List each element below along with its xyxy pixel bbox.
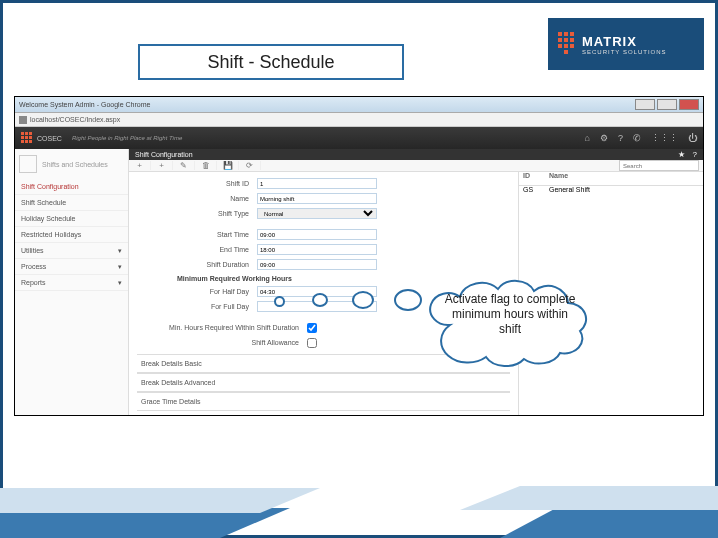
col-id[interactable]: ID — [519, 172, 549, 185]
gear-icon[interactable]: ⚙ — [600, 133, 608, 143]
panel-title: Shift Configuration — [135, 151, 193, 158]
svg-rect-2 — [570, 32, 574, 36]
nav-item-shift-configuration[interactable]: Shift Configuration — [15, 179, 128, 195]
shift-allowance-checkbox[interactable] — [307, 338, 317, 348]
duration-input[interactable] — [257, 259, 377, 270]
save-button[interactable]: 💾 — [217, 161, 239, 170]
chevron-down-icon: ▾ — [118, 263, 122, 271]
chevron-down-icon: ▾ — [118, 247, 122, 255]
add2-button[interactable]: + — [151, 161, 173, 170]
min-hours-flag-checkbox[interactable] — [307, 323, 317, 333]
window-titlebar: Welcome System Admin - Google Chrome — [15, 97, 703, 113]
brand-text: COSEC — [37, 135, 62, 142]
svg-rect-8 — [570, 44, 574, 48]
name-label: Name — [137, 195, 257, 202]
row-id: GS — [519, 186, 549, 200]
start-time-input[interactable] — [257, 229, 377, 240]
callout: Activate flag to complete minimum hours … — [420, 270, 600, 370]
app-header: COSEC Right People in Right Place at Rig… — [15, 127, 703, 149]
left-nav: Shifts and Schedules Shift Configuration… — [15, 149, 129, 415]
window-minimize-button[interactable] — [635, 99, 655, 110]
shift-type-select[interactable]: Normal — [257, 208, 377, 219]
logo-sub-text: SECURITY SOLUTIONS — [582, 49, 667, 55]
home-icon[interactable]: ⌂ — [585, 133, 590, 143]
section-grace-time[interactable]: Grace Time Details — [137, 392, 510, 411]
svg-rect-5 — [570, 38, 574, 42]
help-small-icon[interactable]: ? — [693, 150, 697, 159]
svg-rect-7 — [564, 44, 568, 48]
window-maximize-button[interactable] — [657, 99, 677, 110]
chevron-down-icon: ▾ — [118, 279, 122, 287]
svg-rect-6 — [558, 44, 562, 48]
nav-item-restricted-holidays[interactable]: Restricted Holidays — [15, 227, 128, 243]
svg-rect-15 — [29, 136, 32, 139]
add-button[interactable]: + — [129, 161, 151, 170]
shift-type-label: Shift Type — [137, 210, 257, 217]
grid-icon[interactable]: ⋮⋮⋮ — [651, 133, 678, 143]
callout-trail-bubble — [312, 293, 328, 307]
svg-rect-9 — [564, 50, 568, 54]
nav-item-process[interactable]: Process▾ — [15, 259, 128, 275]
name-input[interactable] — [257, 193, 377, 204]
power-icon[interactable]: ⏻ — [688, 133, 697, 143]
search-input[interactable] — [619, 160, 699, 171]
half-day-label: For Half Day — [137, 288, 257, 295]
tagline-text: Right People in Right Place at Right Tim… — [72, 135, 182, 141]
shift-id-input[interactable] — [257, 178, 377, 189]
svg-rect-3 — [558, 38, 562, 42]
delete-button[interactable]: 🗑 — [195, 161, 217, 170]
svg-rect-12 — [29, 132, 32, 135]
module-icon — [19, 155, 37, 173]
nav-item-shift-schedule[interactable]: Shift Schedule — [15, 195, 128, 211]
shift-id-label: Shift ID — [137, 180, 257, 187]
row-name: General Shift — [549, 186, 590, 200]
window-controls — [635, 99, 699, 110]
phone-icon[interactable]: ✆ — [633, 133, 641, 143]
help-icon[interactable]: ? — [618, 133, 623, 143]
star-icon[interactable]: ★ — [678, 150, 685, 159]
callout-trail-bubble — [274, 296, 285, 307]
end-time-input[interactable] — [257, 244, 377, 255]
svg-rect-16 — [21, 140, 24, 143]
window-close-button[interactable] — [679, 99, 699, 110]
panel-titlebar: Shift Configuration ★ ? — [129, 149, 703, 160]
refresh-button[interactable]: ⟳ — [239, 161, 261, 170]
svg-rect-10 — [21, 132, 24, 135]
window-title: Welcome System Admin - Google Chrome — [19, 101, 150, 108]
logo-main-text: MATRIX — [582, 34, 667, 49]
matrix-mark-icon — [556, 30, 578, 58]
brand-icon — [21, 132, 33, 144]
app-screenshot: Welcome System Admin - Google Chrome loc… — [14, 96, 704, 416]
col-name[interactable]: Name — [549, 172, 568, 185]
nav-header-text: Shifts and Schedules — [42, 161, 108, 168]
nav-item-reports[interactable]: Reports▾ — [15, 275, 128, 291]
matrix-logo: MATRIX SECURITY SOLUTIONS — [548, 18, 704, 70]
svg-rect-18 — [29, 140, 32, 143]
start-label: Start Time — [137, 231, 257, 238]
duration-label: Shift Duration — [137, 261, 257, 268]
svg-rect-17 — [25, 140, 28, 143]
full-day-label: For Full Day — [137, 303, 257, 310]
flag-label: Min. Hours Required Within Shift Duratio… — [137, 324, 307, 331]
svg-rect-0 — [558, 32, 562, 36]
address-bar[interactable]: localhost/COSEC/Index.aspx — [15, 113, 703, 127]
url-text: localhost/COSEC/Index.aspx — [30, 116, 120, 123]
svg-rect-14 — [25, 136, 28, 139]
svg-rect-13 — [21, 136, 24, 139]
edit-button[interactable]: ✎ — [173, 161, 195, 170]
slide-title: Shift - Schedule — [138, 44, 404, 80]
allowance-label: Shift Allowance — [137, 339, 307, 346]
callout-trail-bubble — [352, 291, 374, 309]
form-toolbar: + + ✎ 🗑 💾 ⟳ — [129, 160, 703, 172]
svg-rect-1 — [564, 32, 568, 36]
list-item[interactable]: GS General Shift — [519, 186, 703, 200]
end-label: End Time — [137, 246, 257, 253]
favicon-icon — [19, 116, 27, 124]
callout-text: Activate flag to complete minimum hours … — [440, 292, 580, 337]
nav-item-holiday-schedule[interactable]: Holiday Schedule — [15, 211, 128, 227]
svg-rect-11 — [25, 132, 28, 135]
svg-rect-4 — [564, 38, 568, 42]
callout-trail-bubble — [394, 289, 422, 311]
nav-item-utilities[interactable]: Utilities▾ — [15, 243, 128, 259]
section-break-advanced[interactable]: Break Details Advanced — [137, 373, 510, 392]
